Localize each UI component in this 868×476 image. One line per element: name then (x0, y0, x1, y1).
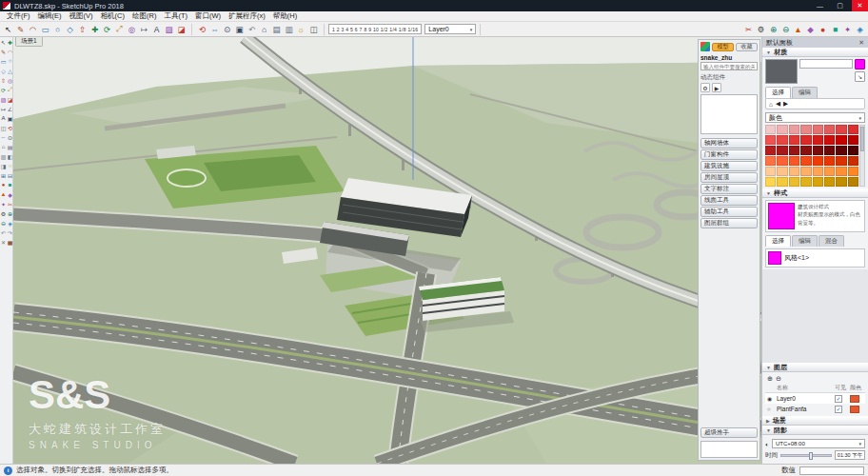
component-attributes-icon[interactable]: ⚙ (700, 83, 710, 92)
text-tool-icon[interactable]: A (0, 113, 7, 123)
section-plane-icon[interactable]: ◫ (307, 23, 320, 35)
tape-measure-icon[interactable]: ↦ (138, 23, 150, 35)
material-swatch-15[interactable] (836, 135, 846, 145)
info-icon[interactable]: i (4, 466, 12, 475)
top-view-icon[interactable]: ▤ (7, 142, 13, 151)
material-swatch-38[interactable] (824, 167, 835, 176)
line-tool-icon[interactable]: ✎ (0, 47, 7, 56)
material-swatch-37[interactable] (813, 167, 823, 176)
back-icon[interactable]: ◀ (776, 100, 780, 108)
menu-item-1[interactable]: 文件(F) (3, 11, 34, 21)
material-swatch-47[interactable] (836, 177, 846, 187)
material-swatch-2[interactable] (777, 125, 787, 134)
material-swatch-25[interactable] (765, 156, 776, 166)
component-list[interactable] (700, 94, 758, 134)
plugin-icon-6[interactable]: ◆ (804, 23, 817, 35)
paint-bucket-icon[interactable]: ▨ (163, 23, 175, 35)
line-tool-icon[interactable]: ✎ (14, 23, 27, 35)
material-swatch-45[interactable] (813, 177, 823, 187)
tab-编辑[interactable]: 编辑 (792, 235, 818, 247)
material-swatch-23[interactable] (836, 146, 846, 155)
plugin-icon-8[interactable]: ■ (829, 23, 841, 35)
star-tool-icon[interactable]: ✦ (0, 199, 7, 208)
maximize-button[interactable]: ▢ (832, 0, 848, 11)
difference-tool-icon[interactable]: ⊖ (0, 218, 7, 228)
home-view-icon[interactable]: ⌂ (0, 142, 7, 151)
plugin-icon-5[interactable]: ▲ (792, 23, 804, 35)
rollout-门窗构件[interactable]: 门窗构件 (700, 149, 758, 160)
front-view-icon[interactable]: ▥ (283, 23, 295, 35)
offset-tool-icon[interactable]: ◎ (126, 23, 138, 35)
plugin-icon-2[interactable]: ⚙ (755, 23, 767, 35)
layer-color-swatch[interactable] (850, 406, 859, 413)
minimize-button[interactable]: — (812, 0, 828, 11)
material-swatch-20[interactable] (800, 146, 811, 155)
material-swatch-16[interactable] (848, 135, 858, 145)
style-thumbnail[interactable] (768, 251, 781, 265)
rollout-图层群组[interactable]: 图层群组 (700, 218, 758, 228)
circle-tool-icon[interactable]: ○ (7, 56, 13, 66)
material-swatch-39[interactable] (836, 167, 846, 176)
layer-row-Layer0[interactable]: ◉Layer0✓ (765, 393, 865, 404)
material-swatch-48[interactable] (848, 177, 858, 187)
material-swatch-13[interactable] (813, 135, 823, 145)
styles-section-header[interactable]: ▼ 样式 (762, 188, 868, 198)
rollout-建筑设施[interactable]: 建筑设施 (700, 161, 758, 171)
material-swatch-9[interactable] (765, 135, 776, 145)
arc-tool-icon[interactable]: ◠ (7, 47, 13, 56)
scale-tool-icon[interactable]: ⤢ (113, 23, 126, 35)
material-swatch-7[interactable] (836, 125, 846, 134)
material-swatch-35[interactable] (789, 167, 799, 176)
materials-section-header[interactable]: ▼ 材质 (762, 48, 868, 57)
plugin-icon-7[interactable]: ● (817, 23, 829, 35)
tab-选择[interactable]: 选择 (765, 87, 791, 98)
material-swatch-26[interactable] (777, 156, 787, 166)
point-tool-icon[interactable]: ● (0, 180, 7, 189)
iso-view-icon[interactable]: ⌂ (258, 23, 270, 35)
component-interact-icon[interactable]: ▶ (712, 83, 721, 92)
undo-icon[interactable]: ↶ (0, 228, 7, 237)
plugin-icon-9[interactable]: ✦ (841, 23, 854, 35)
plugin-icon-3[interactable]: ⊕ (767, 23, 779, 35)
layer-visible-checkbox[interactable]: ✓ (835, 395, 842, 403)
material-swatch-17[interactable] (765, 146, 776, 155)
material-swatch-31[interactable] (836, 156, 846, 166)
close-tray-icon[interactable]: ✕ (858, 39, 864, 47)
rectangle-tool-icon[interactable]: ▭ (0, 56, 7, 66)
previous-view-icon[interactable]: ↶ (246, 23, 258, 35)
tape-measure-icon[interactable]: ↦ (0, 104, 7, 113)
wedge-tool-icon[interactable]: ▲ (0, 189, 7, 199)
material-swatch-4[interactable] (800, 125, 811, 134)
trim-tool-icon[interactable]: ✂ (7, 199, 13, 208)
material-preview[interactable] (765, 59, 798, 84)
layer-visible-checkbox[interactable]: ✓ (835, 406, 842, 413)
material-swatch-3[interactable] (789, 125, 799, 134)
menu-item-8[interactable]: 扩展程序(x) (225, 11, 269, 21)
material-swatch-30[interactable] (824, 156, 835, 166)
timezone-dropdown[interactable]: UTC+08:00 ▾ (772, 439, 865, 448)
right-view-icon[interactable]: ◨ (0, 161, 7, 170)
sample-paint-icon[interactable]: ↘ (855, 71, 865, 82)
material-swatch-41[interactable] (765, 177, 776, 187)
menu-item-5[interactable]: 绘图(R) (128, 11, 160, 21)
material-swatch-1[interactable] (765, 125, 776, 134)
layer-row-PlantFanfa[interactable]: ○PlantFanfa✓ (765, 404, 865, 414)
subtract-tool-icon[interactable]: ⊟ (7, 170, 13, 180)
rollout-轴网墙体[interactable]: 轴网墙体 (700, 138, 758, 149)
gem-tool-icon[interactable]: ◆ (7, 189, 13, 199)
tab-选择[interactable]: 选择 (765, 235, 791, 247)
menu-item-4[interactable]: 相机(C) (97, 11, 128, 21)
material-swatch-46[interactable] (824, 177, 835, 187)
rectangle-tool-icon[interactable]: ▭ (39, 23, 51, 35)
time-slider[interactable] (780, 454, 832, 457)
scenes-section-header[interactable]: ▶ 场景 (762, 416, 868, 426)
material-swatch-40[interactable] (848, 167, 858, 176)
menu-item-9[interactable]: 帮助(H) (269, 11, 301, 21)
material-swatch-5[interactable] (813, 125, 823, 134)
shadows-section-header[interactable]: ▼ 阴影 (762, 426, 868, 435)
material-swatch-6[interactable] (824, 125, 835, 134)
polygon-tool-icon[interactable]: ◇ (0, 66, 7, 75)
rollout-文字标注[interactable]: 文字标注 (700, 184, 758, 194)
material-swatch-11[interactable] (789, 135, 799, 145)
rotate-tool-icon[interactable]: ⟳ (0, 85, 7, 94)
